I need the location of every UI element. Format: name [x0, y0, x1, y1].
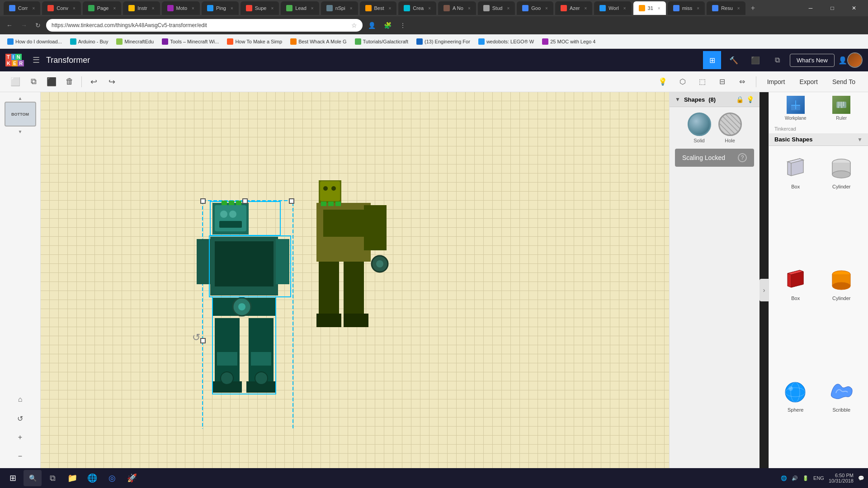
bookmark-icon[interactable]: ☆: [351, 22, 357, 29]
copy-button[interactable]: ⧉: [25, 74, 42, 90]
expand-collapse-arrow[interactable]: ▲: [18, 96, 23, 101]
mirror-button[interactable]: ⇔: [734, 74, 750, 90]
back-button[interactable]: ←: [4, 20, 15, 31]
hammer-icon-button[interactable]: 🔨: [725, 51, 743, 69]
bookmark-25moc[interactable]: 25 MOC with Lego 4: [538, 37, 599, 46]
browser-tab-nspi[interactable]: nSpi ×: [321, 1, 358, 15]
app-topbar: T I N K E R ☰ Transformer ⊞ 🔨 ⬛ ⧉ What's…: [0, 49, 868, 71]
forward-button[interactable]: →: [18, 20, 30, 31]
browser-tab-corr[interactable]: Corr ×: [4, 1, 40, 15]
left-sidebar: ▲ BOTTOM ▼ ⌂ ↺ + − ⊞: [0, 92, 41, 488]
bookmark-wedobots[interactable]: wedobots: LEGO® W: [475, 37, 538, 46]
add-user-button[interactable]: 👤: [838, 52, 847, 68]
bookmark-minecraftedu[interactable]: MinecraftEdu: [113, 37, 157, 46]
hamburger-menu[interactable]: ☰: [33, 55, 40, 65]
refresh-button[interactable]: ↻: [33, 20, 43, 31]
extensions-button[interactable]: 🧩: [381, 20, 394, 31]
shapes-icon-button[interactable]: ⬛: [746, 51, 764, 69]
light-icon-button[interactable]: 💡: [655, 74, 671, 90]
bookmark-tutorials[interactable]: Tutorials/Galacticraft: [351, 37, 412, 46]
whats-new-button[interactable]: What's New: [790, 54, 835, 67]
new-tab-button[interactable]: +: [747, 2, 759, 14]
align-button[interactable]: ⊟: [714, 74, 731, 90]
workplane-button[interactable]: Workplane: [774, 96, 817, 121]
browser-tab-best[interactable]: Best ×: [360, 1, 397, 15]
browser-tab-31[interactable]: 31 ×: [633, 1, 666, 15]
user-avatar[interactable]: [847, 52, 863, 68]
shape-item-box-gray[interactable]: Box: [774, 151, 817, 259]
browser-tab-lead[interactable]: Lead ×: [281, 1, 319, 15]
canvas-area[interactable]: ↺ Edit Grid Snap Grid 1.0 mm ▲: [41, 92, 669, 488]
shape-skull-right: [320, 181, 340, 201]
sendto-button[interactable]: Send To: [827, 75, 861, 88]
browser-tab-resu[interactable]: Resu ×: [707, 1, 745, 15]
shape-outline-button[interactable]: ⬡: [675, 74, 691, 90]
ruler-button[interactable]: Ruler: [821, 96, 863, 121]
browser-tab-page[interactable]: Page ×: [83, 1, 122, 15]
zoom-out-button[interactable]: −: [11, 447, 29, 465]
browser-tab-moto[interactable]: Moto ×: [162, 1, 200, 15]
browser-tab-supe[interactable]: Supe ×: [241, 1, 279, 15]
export-button[interactable]: Export: [794, 75, 823, 88]
address-bar[interactable]: https://www.tinkercad.com/things/kA48Aws…: [46, 19, 363, 32]
profile-button[interactable]: 👤: [365, 20, 378, 31]
group-icon-button[interactable]: ⧉: [768, 51, 786, 69]
shapes-properties-panel: ▼ Shapes (8) 🔒 💡 Solid Hole: [669, 92, 760, 488]
taskbar-edge[interactable]: 🌐: [83, 469, 101, 487]
basic-shapes-dropdown[interactable]: Basic Shapes ▼: [769, 133, 868, 146]
import-button[interactable]: Import: [762, 75, 791, 88]
lock-icon-button[interactable]: 🔒: [736, 96, 744, 103]
browser-tab-miss[interactable]: miss ×: [668, 1, 705, 15]
browser-tab-worl[interactable]: Worl ×: [594, 1, 631, 15]
shape-item-box-red[interactable]: Box: [774, 263, 817, 371]
zoom-in-button[interactable]: +: [11, 428, 29, 446]
more-options-button[interactable]: ⋮: [397, 20, 409, 31]
taskbar-notification-icon[interactable]: 💬: [858, 475, 864, 481]
bookmark-arduino[interactable]: Arduino - Buy: [66, 37, 112, 46]
home-tool-button[interactable]: ⌂: [11, 390, 29, 408]
taskbar-task-view[interactable]: ⧉: [43, 469, 61, 487]
delete-button[interactable]: 🗑: [61, 74, 78, 90]
taskbar: ⊞ 🔍 ⧉ 📁 🌐 ◎ 🚀 🌐 🔊 🔋 ENG 6:50 PM 10/31/20…: [0, 468, 868, 488]
orbit-tool-button[interactable]: ↺: [11, 409, 29, 427]
undo-button[interactable]: ↩: [85, 74, 102, 90]
taskbar-chrome[interactable]: ◎: [103, 469, 121, 487]
shapes-collapse-button[interactable]: ▼: [675, 96, 680, 103]
bookmark-how-download[interactable]: How do I download...: [4, 37, 66, 46]
browser-tab-instr[interactable]: Instr ×: [123, 1, 160, 15]
browser-tab-azer[interactable]: Azer ×: [555, 1, 592, 15]
shape-item-cylinder-orange[interactable]: Cylinder: [821, 263, 863, 371]
panel-chevron-button[interactable]: ›: [760, 279, 769, 301]
hole-button[interactable]: Hole: [718, 113, 742, 143]
browser-tab-goog[interactable]: Goo ×: [517, 1, 553, 15]
bookmark-how-to-make-simp[interactable]: How To Make a Simp: [223, 37, 286, 46]
redo-button[interactable]: ↪: [104, 74, 120, 90]
browser-tab-conv[interactable]: Conv ×: [42, 1, 81, 15]
taskbar-rocket[interactable]: 🚀: [123, 469, 141, 487]
bookmark-engineering[interactable]: (13) Engineering For: [413, 37, 474, 46]
taskbar-file-explorer[interactable]: 📁: [63, 469, 81, 487]
scaling-locked-button[interactable]: Scaling Locked ?: [675, 149, 754, 167]
new-shape-button[interactable]: ⬜: [7, 74, 24, 90]
shape-item-scribble[interactable]: Scribble: [821, 375, 863, 483]
shape-item-sphere-blue[interactable]: Sphere: [774, 375, 817, 483]
browser-tab-ping[interactable]: Ping ×: [202, 1, 239, 15]
layers-button[interactable]: ⬚: [694, 74, 711, 90]
shape-item-cylinder-gray[interactable]: Cylinder: [821, 151, 863, 259]
taskbar-search-button[interactable]: 🔍: [24, 470, 42, 486]
light-bulb-icon-button[interactable]: 💡: [746, 96, 754, 103]
maximize-button[interactable]: □: [822, 1, 843, 15]
expand-arrow-down[interactable]: ▼: [18, 129, 23, 134]
bookmark-best-whack[interactable]: Best Whack A Mole G: [287, 37, 350, 46]
minimize-button[interactable]: ─: [800, 1, 821, 15]
grid-view-button[interactable]: ⊞: [703, 51, 721, 69]
bookmark-tools-minecraft[interactable]: Tools – Minecraft Wi...: [158, 37, 222, 46]
view-thumbnail[interactable]: BOTTOM: [5, 102, 36, 127]
close-button[interactable]: ✕: [844, 1, 864, 15]
solid-button[interactable]: Solid: [688, 113, 711, 143]
start-button[interactable]: ⊞: [4, 469, 22, 487]
browser-tab-anot[interactable]: A No ×: [438, 1, 476, 15]
browser-tab-crea[interactable]: Crea ×: [398, 1, 436, 15]
duplicate-button[interactable]: ⬛: [43, 74, 60, 90]
browser-tab-stud[interactable]: Stud ×: [478, 1, 515, 15]
